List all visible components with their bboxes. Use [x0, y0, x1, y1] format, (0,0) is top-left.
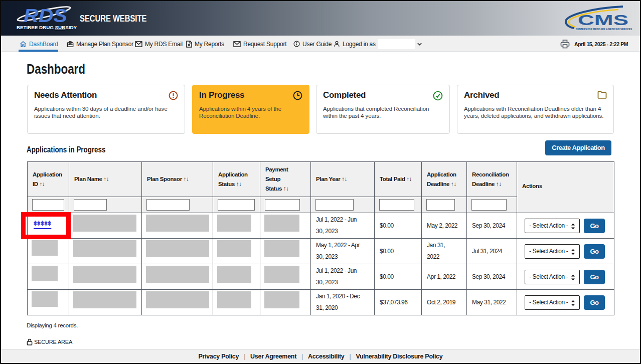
- svg-text:CENTERS FOR MEDICARE & MEDICAI: CENTERS FOR MEDICARE & MEDICAID SERVICES: [576, 28, 632, 31]
- svg-text:RDS: RDS: [24, 6, 67, 26]
- svg-text:CMS: CMS: [578, 12, 628, 28]
- svg-text:RETIREE DRUG SUBSIDY: RETIREE DRUG SUBSIDY: [17, 25, 77, 30]
